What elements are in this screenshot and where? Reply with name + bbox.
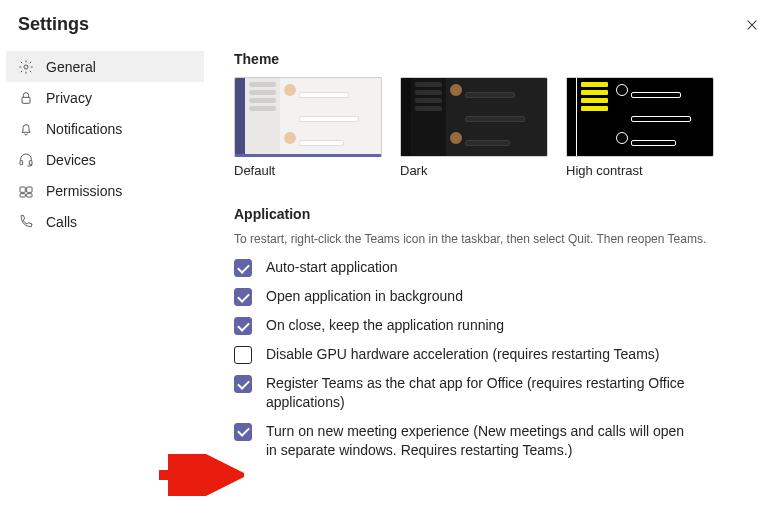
page-title: Settings — [18, 14, 89, 35]
theme-selector: Default Dark — [234, 77, 754, 178]
theme-preview-dark — [400, 77, 548, 157]
sidebar-item-privacy[interactable]: Privacy — [6, 82, 204, 113]
option-label: Disable GPU hardware acceleration (requi… — [266, 345, 659, 364]
theme-option-default[interactable]: Default — [234, 77, 382, 178]
application-options: Auto-start application Open application … — [234, 258, 754, 460]
checkbox-new-meeting-experience[interactable] — [234, 423, 252, 441]
option-new-meeting-experience: Turn on new meeting experience (New meet… — [234, 422, 754, 460]
theme-preview-high-contrast — [566, 77, 714, 157]
option-on-close-keep-running: On close, keep the application running — [234, 316, 754, 335]
checkbox-auto-start[interactable] — [234, 259, 252, 277]
sidebar-item-label: Privacy — [46, 90, 92, 106]
sidebar-item-label: Permissions — [46, 183, 122, 199]
sidebar-item-label: Notifications — [46, 121, 122, 137]
svg-rect-5 — [27, 187, 32, 192]
option-label: Register Teams as the chat app for Offic… — [266, 374, 696, 412]
checkbox-register-chat-app[interactable] — [234, 375, 252, 393]
close-icon — [745, 18, 759, 32]
svg-rect-6 — [20, 193, 25, 196]
option-label: On close, keep the application running — [266, 316, 504, 335]
sidebar-item-label: Calls — [46, 214, 77, 230]
option-open-background: Open application in background — [234, 287, 754, 306]
checkbox-on-close-keep-running[interactable] — [234, 317, 252, 335]
theme-option-dark[interactable]: Dark — [400, 77, 548, 178]
option-register-chat-app: Register Teams as the chat app for Offic… — [234, 374, 754, 412]
headset-icon — [18, 152, 34, 168]
svg-point-0 — [24, 65, 28, 69]
lock-icon — [18, 90, 34, 106]
sidebar-item-permissions[interactable]: Permissions — [6, 175, 204, 206]
sidebar-item-label: General — [46, 59, 96, 75]
sidebar-item-calls[interactable]: Calls — [6, 206, 204, 237]
sidebar-item-label: Devices — [46, 152, 96, 168]
application-heading: Application — [234, 206, 754, 222]
svg-rect-4 — [20, 187, 25, 192]
option-label: Open application in background — [266, 287, 463, 306]
close-button[interactable] — [742, 15, 762, 35]
key-icon — [18, 183, 34, 199]
option-label: Turn on new meeting experience (New meet… — [266, 422, 696, 460]
svg-rect-2 — [20, 160, 23, 164]
sidebar-item-notifications[interactable]: Notifications — [6, 113, 204, 144]
svg-rect-1 — [22, 97, 30, 103]
theme-preview-default — [234, 77, 382, 157]
phone-icon — [18, 214, 34, 230]
sidebar-item-devices[interactable]: Devices — [6, 144, 204, 175]
theme-label: High contrast — [566, 163, 714, 178]
application-hint: To restart, right-click the Teams icon i… — [234, 232, 754, 246]
main-panel: Theme Default — [204, 45, 780, 460]
theme-heading: Theme — [234, 51, 754, 67]
theme-label: Dark — [400, 163, 548, 178]
theme-label: Default — [234, 163, 382, 178]
theme-option-high-contrast[interactable]: High contrast — [566, 77, 714, 178]
annotation-arrow-icon — [154, 454, 244, 496]
sidebar-item-general[interactable]: General — [6, 51, 204, 82]
option-auto-start: Auto-start application — [234, 258, 754, 277]
sidebar: General Privacy Notifications Devices Pe — [6, 45, 204, 460]
option-disable-gpu: Disable GPU hardware acceleration (requi… — [234, 345, 754, 364]
gear-icon — [18, 59, 34, 75]
option-label: Auto-start application — [266, 258, 398, 277]
bell-icon — [18, 121, 34, 137]
checkbox-disable-gpu[interactable] — [234, 346, 252, 364]
svg-rect-7 — [27, 193, 32, 196]
checkbox-open-background[interactable] — [234, 288, 252, 306]
